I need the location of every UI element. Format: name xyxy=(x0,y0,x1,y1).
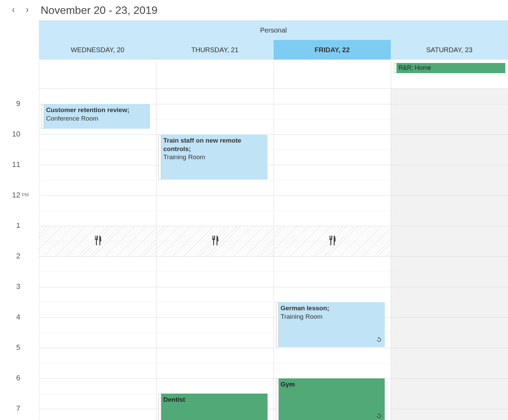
hour-line xyxy=(39,165,156,165)
allday-event[interactable]: R&R; Home xyxy=(394,63,505,73)
allday-cell[interactable] xyxy=(39,61,156,89)
day-header[interactable]: THURSDAY, 21 xyxy=(156,40,273,60)
halfhour-line xyxy=(274,119,391,120)
halfhour-line xyxy=(156,272,273,272)
column-headers: Personal WEDNESDAY, 20THURSDAY, 21FRIDAY… xyxy=(0,20,508,61)
halfhour-line xyxy=(39,302,156,302)
event-location: Training Room xyxy=(163,153,264,162)
time-label: 5 xyxy=(0,343,20,352)
utensils-icon xyxy=(209,235,221,248)
day-column[interactable]: German lesson;Training RoomGym xyxy=(274,89,391,420)
halfhour-line xyxy=(391,272,508,272)
lunch-block xyxy=(156,226,273,256)
halfhour-line xyxy=(274,363,391,363)
halfhour-line xyxy=(39,363,156,363)
time-label: 9 xyxy=(0,99,20,108)
hour-line xyxy=(391,195,508,196)
hour-line xyxy=(156,195,273,196)
day-column[interactable]: Customer retention review;Conference Roo… xyxy=(39,89,156,420)
time-gutter: 9101112PM1234567 xyxy=(0,89,39,420)
hour-line xyxy=(391,226,508,226)
calendar-event[interactable]: Dentist xyxy=(158,394,267,420)
halfhour-line xyxy=(39,150,156,150)
day-column[interactable]: Train staff on new remote controls;Train… xyxy=(156,89,273,420)
event-location: Training Room xyxy=(281,313,382,321)
day-header[interactable]: SATURDAY, 23 xyxy=(391,40,508,60)
event-stripe xyxy=(158,394,161,420)
day-header[interactable]: FRIDAY, 22 xyxy=(274,40,391,60)
calendar-event[interactable]: Train staff on new remote controls;Train… xyxy=(158,134,267,180)
allday-cell[interactable]: R&R; Home xyxy=(391,61,508,89)
hour-line xyxy=(156,287,273,287)
halfhour-line xyxy=(391,211,508,211)
calendar-week-view: November 20 - 23, 2019 Personal WEDNESDA… xyxy=(0,0,508,420)
halfhour-line xyxy=(391,180,508,181)
time-label: 6 xyxy=(0,374,20,382)
time-label: 12 xyxy=(0,191,20,200)
next-button[interactable] xyxy=(24,6,30,14)
hour-line xyxy=(156,378,273,379)
halfhour-line xyxy=(391,363,508,363)
hour-line xyxy=(156,317,273,318)
hour-line xyxy=(156,104,273,104)
event-stripe xyxy=(394,63,397,73)
event-stripe xyxy=(276,378,279,420)
hour-line xyxy=(274,256,391,257)
halfhour-line xyxy=(274,211,391,211)
event-title: Dentist xyxy=(163,396,264,404)
day-column[interactable] xyxy=(391,89,508,420)
halfhour-line xyxy=(156,333,273,333)
event-title: R&R; Home xyxy=(399,64,431,71)
event-stripe xyxy=(41,104,44,129)
hour-line xyxy=(274,287,391,287)
recurring-icon xyxy=(376,413,382,420)
hour-line xyxy=(39,348,156,348)
time-label: 10 xyxy=(0,130,20,139)
prev-button[interactable] xyxy=(10,6,17,14)
hour-line xyxy=(391,134,508,135)
utensils-icon xyxy=(326,235,338,248)
allday-row: R&R; Home xyxy=(0,61,508,89)
hour-line xyxy=(39,287,156,287)
utensils-icon xyxy=(92,235,104,248)
event-stripe xyxy=(276,302,279,347)
hour-line xyxy=(39,409,156,409)
event-title: German lesson; xyxy=(281,304,382,313)
allday-cell[interactable] xyxy=(274,61,391,89)
hour-line xyxy=(156,348,273,348)
time-label: 3 xyxy=(0,282,20,291)
halfhour-line xyxy=(391,241,508,241)
halfhour-line xyxy=(39,211,156,211)
halfhour-line xyxy=(156,363,273,363)
halfhour-line xyxy=(274,272,391,272)
day-header[interactable]: WEDNESDAY, 20 xyxy=(39,40,156,60)
hour-line xyxy=(39,317,156,318)
event-title: Gym xyxy=(281,380,382,389)
calendar-event[interactable]: Gym xyxy=(276,378,385,420)
hour-line xyxy=(39,378,156,379)
halfhour-line xyxy=(391,394,508,394)
hour-line xyxy=(274,104,391,104)
hour-line xyxy=(39,195,156,196)
hour-line xyxy=(391,256,508,257)
lunch-block xyxy=(274,226,391,256)
hour-line xyxy=(391,348,508,348)
event-title: Train staff on new remote controls; xyxy=(163,136,264,153)
halfhour-line xyxy=(274,150,391,150)
allday-gutter xyxy=(0,61,39,89)
hour-line xyxy=(274,134,391,135)
ampm-label: PM xyxy=(22,192,29,197)
halfhour-line xyxy=(39,272,156,272)
halfhour-line xyxy=(39,394,156,394)
time-label: 1 xyxy=(0,221,20,230)
allday-cell[interactable] xyxy=(156,61,273,89)
time-label: 2 xyxy=(0,252,20,260)
hour-line xyxy=(156,256,273,257)
time-label-row: 7 xyxy=(0,409,39,420)
hour-line xyxy=(391,287,508,287)
time-label: 7 xyxy=(0,404,20,413)
calendar-event[interactable]: German lesson;Training Room xyxy=(276,302,385,347)
calendar-event[interactable]: Customer retention review;Conference Roo… xyxy=(41,104,150,129)
hour-line xyxy=(391,378,508,379)
date-range-title: November 20 - 23, 2019 xyxy=(41,4,157,17)
